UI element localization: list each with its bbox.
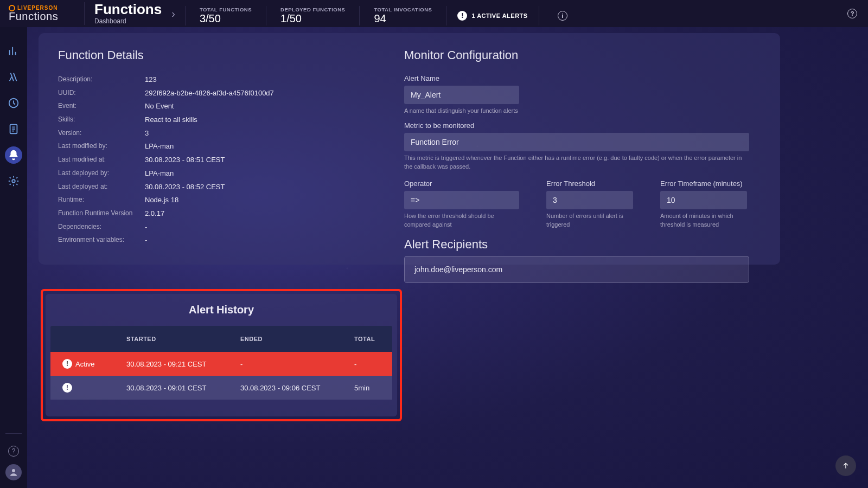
metric-helper: This metric is triggered whenever the Fu… <box>404 154 749 171</box>
kv-label: Version: <box>58 127 145 140</box>
kv-value: Node.js 18 <box>145 194 178 207</box>
stat-label: TOTAL INVOCATIONS <box>374 7 432 12</box>
kv-value: 292f692a-b2be-4826-af3d-a4576f0100d7 <box>145 87 274 100</box>
row-total: - <box>354 360 392 368</box>
kv-value: 3 <box>145 127 149 140</box>
alert-history-panel: Alert History STARTED ENDED TOTAL !Activ… <box>46 294 397 416</box>
kv-value: 30.08.2023 - 08:51 CEST <box>145 153 225 167</box>
kv-label: Last deployed at: <box>58 181 145 194</box>
kv-label: Skills: <box>58 113 145 127</box>
row-total: 5min <box>354 384 392 392</box>
document-icon <box>8 123 20 135</box>
lambda-icon <box>8 71 20 83</box>
alert-name-label: Alert Name <box>404 74 761 82</box>
svg-point-2 <box>12 179 15 183</box>
stat-total-functions: TOTAL FUNCTIONS 3/50 <box>185 6 266 25</box>
kv-value: - <box>145 234 147 247</box>
kv-label: Environment variables: <box>58 234 145 247</box>
scroll-top-button[interactable] <box>835 455 856 476</box>
sidebar-item-settings[interactable] <box>0 168 27 194</box>
recipients-value: john.doe@liveperson.com <box>414 265 502 274</box>
kv-label: Event: <box>58 100 145 113</box>
kv-label: Function Runtime Version <box>58 207 145 221</box>
kv-label: Dependencies: <box>58 221 145 234</box>
col-total: TOTAL <box>354 336 392 342</box>
recipients-title: Alert Recipients <box>404 237 761 252</box>
row-ended: 30.08.2023 - 09:06 CEST <box>240 384 354 392</box>
kv-value: LPA-man <box>145 140 174 153</box>
operator-input[interactable] <box>404 191 519 209</box>
row-ended: - <box>240 360 354 368</box>
breadcrumb-title: Functions <box>94 2 162 16</box>
sidebar-help-icon[interactable]: ? <box>8 446 19 457</box>
table-header: STARTED ENDED TOTAL <box>50 326 392 352</box>
kv-label: Last deployed by: <box>58 167 145 181</box>
kv-value: - <box>145 221 147 234</box>
kv-value: 123 <box>145 73 157 87</box>
alert-history-title: Alert History <box>50 304 393 316</box>
kv-value: React to all skills <box>145 113 197 127</box>
threshold-input[interactable] <box>546 191 633 209</box>
col-ended: ENDED <box>240 336 354 342</box>
sidebar-item-analytics[interactable] <box>0 38 27 64</box>
alert-history-highlight: Alert History STARTED ENDED TOTAL !Activ… <box>41 289 402 421</box>
details-config-panel: Function Details Description:123 UUID:29… <box>39 33 780 265</box>
operator-helper: How the error threshold should be compar… <box>404 212 510 229</box>
function-details-title: Function Details <box>58 48 394 62</box>
topbar: LIVEPERSON Functions Functions Dashboard… <box>0 0 868 27</box>
kv-label: Last modified by: <box>58 140 145 153</box>
kv-value: 2.0.17 <box>145 207 164 221</box>
alert-icon: ! <box>457 11 467 21</box>
stat-deployed-functions: DEPLOYED FUNCTIONS 1/50 <box>266 6 359 25</box>
sidebar: ? <box>0 27 27 488</box>
brand-bottom: Functions <box>9 10 84 23</box>
row-status: Active <box>75 360 94 368</box>
table-row[interactable]: ! 30.08.2023 - 09:01 CEST 30.08.2023 - 0… <box>50 376 392 400</box>
user-avatar[interactable] <box>5 464 22 480</box>
bell-icon <box>8 149 20 161</box>
person-icon <box>9 467 18 477</box>
bar-chart-icon <box>8 45 20 57</box>
stat-total-invocations: TOTAL INVOCATIONS 94 <box>359 6 446 25</box>
kv-value: 30.08.2023 - 08:52 CEST <box>145 181 225 194</box>
timeframe-helper: Amount of minutes in which threshold is … <box>660 212 742 229</box>
breadcrumb-subtitle: Dashboard <box>94 17 162 25</box>
kv-label: Runtime: <box>58 194 145 207</box>
sidebar-item-schedule[interactable] <box>0 90 27 116</box>
kv-label: Description: <box>58 73 145 87</box>
threshold-label: Error Threshold <box>546 179 633 188</box>
alert-history-table: STARTED ENDED TOTAL !Active 30.08.2023 -… <box>50 326 392 400</box>
stat-label: DEPLOYED FUNCTIONS <box>280 7 345 12</box>
monitor-config-title: Monitor Configuration <box>404 48 761 62</box>
kv-label: UUID: <box>58 87 145 100</box>
stat-value: 3/50 <box>200 12 252 25</box>
active-alerts-text: 1 ACTIVE ALERTS <box>471 12 527 19</box>
kv-value: LPA-man <box>145 167 174 181</box>
clock-icon <box>8 97 20 109</box>
alert-name-input[interactable] <box>404 86 519 104</box>
info-icon[interactable]: i <box>558 11 567 21</box>
breadcrumb[interactable]: Functions Dashboard › <box>84 2 185 25</box>
alert-icon: ! <box>62 359 72 369</box>
stat-value: 94 <box>374 12 432 25</box>
sidebar-item-alerts[interactable] <box>0 142 27 168</box>
threshold-helper: Number of errors until alert is triggere… <box>546 212 628 229</box>
gear-icon <box>8 175 20 187</box>
stat-value: 1/50 <box>280 12 345 25</box>
table-row[interactable]: !Active 30.08.2023 - 09:21 CEST - - <box>50 352 392 376</box>
svg-point-3 <box>12 469 15 472</box>
brand-logo: LIVEPERSON Functions <box>0 5 84 23</box>
metric-input[interactable] <box>404 133 749 151</box>
arrow-up-icon <box>841 461 850 470</box>
timeframe-input[interactable] <box>660 191 747 209</box>
sidebar-item-logs[interactable] <box>0 116 27 142</box>
sidebar-item-functions[interactable] <box>0 64 27 90</box>
help-icon[interactable]: ? <box>847 9 857 18</box>
sidebar-divider <box>5 433 22 434</box>
chevron-right-icon: › <box>171 8 175 20</box>
row-started: 30.08.2023 - 09:01 CEST <box>126 384 240 392</box>
metric-label: Metric to be monitored <box>404 121 761 130</box>
col-started: STARTED <box>126 336 240 342</box>
active-alerts-button[interactable]: ! 1 ACTIVE ALERTS <box>446 6 538 25</box>
recipients-input[interactable]: john.doe@liveperson.com <box>404 256 749 283</box>
